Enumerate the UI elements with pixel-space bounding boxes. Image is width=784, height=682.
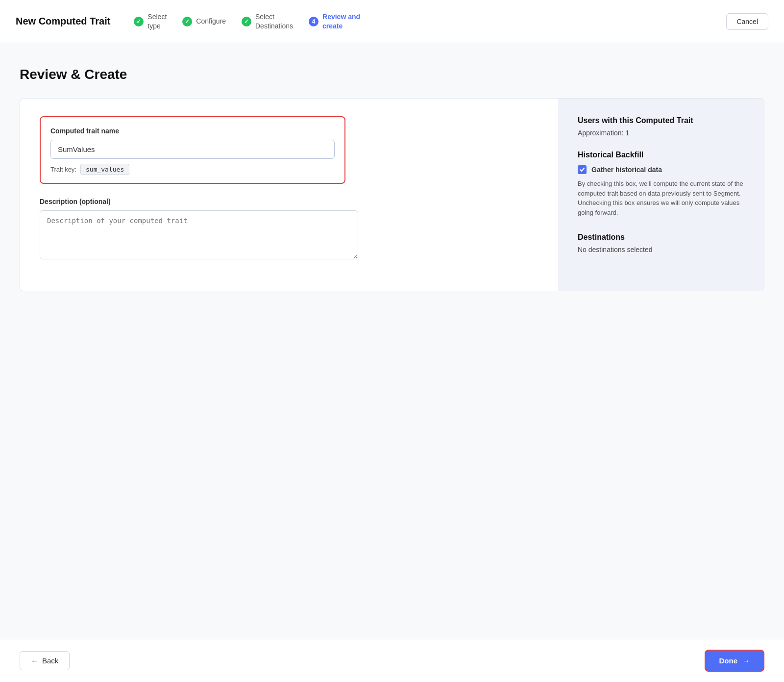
step-2-icon: ✓ xyxy=(182,17,192,26)
step-4-icon: 4 xyxy=(309,17,318,26)
description-label: Description (optional) xyxy=(40,198,539,205)
done-arrow-icon: → xyxy=(742,657,750,665)
cancel-button[interactable]: Cancel xyxy=(726,13,768,30)
card-right-panel: Users with this Computed Trait Approxima… xyxy=(558,99,764,291)
back-arrow-icon: ← xyxy=(31,657,38,665)
trait-name-field-group: Computed trait name Trait key: sum_value… xyxy=(40,116,345,184)
description-section: Description (optional) xyxy=(40,198,539,261)
trait-name-input[interactable] xyxy=(50,140,335,159)
main-content: Review & Create Computed trait name Trai… xyxy=(0,43,784,682)
done-button[interactable]: Done → xyxy=(705,650,765,672)
step-3-icon: ✓ xyxy=(242,17,251,26)
gather-historical-row: Gather historical data xyxy=(578,165,744,174)
step-1-label: Selecttype xyxy=(147,12,167,30)
checkmark-icon: ✓ xyxy=(244,18,249,25)
step-3-label: SelectDestinations xyxy=(255,12,293,30)
historical-backfill-section: Historical Backfill Gather historical da… xyxy=(578,151,744,217)
destinations-section: Destinations No destinations selected xyxy=(578,233,744,253)
checkmark-icon: ✓ xyxy=(185,18,190,25)
step-1-icon: ✓ xyxy=(134,17,144,26)
destinations-title: Destinations xyxy=(578,233,744,242)
page-header-title: New Computed Trait xyxy=(16,16,110,27)
destinations-value: No destinations selected xyxy=(578,246,744,253)
gather-historical-checkbox[interactable] xyxy=(578,165,587,174)
step-4-number: 4 xyxy=(312,18,316,25)
checkmark-icon xyxy=(579,167,585,173)
users-title: Users with this Computed Trait xyxy=(578,116,744,125)
description-textarea[interactable] xyxy=(40,210,358,259)
card-left-panel: Computed trait name Trait key: sum_value… xyxy=(20,99,558,291)
back-button[interactable]: ← Back xyxy=(20,651,70,670)
header: New Computed Trait ✓ Selecttype ✓ Config… xyxy=(0,0,784,43)
approximation-value: Approximation: 1 xyxy=(578,129,744,137)
step-select-type: ✓ Selecttype xyxy=(134,12,167,30)
done-label: Done xyxy=(719,657,738,665)
step-4-label: Review andcreate xyxy=(322,12,360,30)
review-card: Computed trait name Trait key: sum_value… xyxy=(20,98,764,291)
trait-key-row: Trait key: sum_values xyxy=(50,164,335,175)
users-section: Users with this Computed Trait Approxima… xyxy=(578,116,744,137)
historical-title: Historical Backfill xyxy=(578,151,744,159)
trait-name-label: Computed trait name xyxy=(50,127,335,135)
back-label: Back xyxy=(42,657,58,665)
trait-key-value: sum_values xyxy=(80,164,129,175)
historical-description: By checking this box, we'll compute the … xyxy=(578,179,744,217)
step-review-create: 4 Review andcreate xyxy=(309,12,360,30)
step-select-destinations: ✓ SelectDestinations xyxy=(242,12,293,30)
page-title: Review & Create xyxy=(20,67,764,82)
stepper: ✓ Selecttype ✓ Configure ✓ SelectDestina… xyxy=(134,12,726,30)
trait-key-label: Trait key: xyxy=(50,166,76,173)
gather-historical-label: Gather historical data xyxy=(591,166,662,174)
step-configure: ✓ Configure xyxy=(182,17,226,26)
step-2-label: Configure xyxy=(196,17,226,25)
footer: ← Back Done → xyxy=(0,639,784,682)
checkmark-icon: ✓ xyxy=(136,18,141,25)
